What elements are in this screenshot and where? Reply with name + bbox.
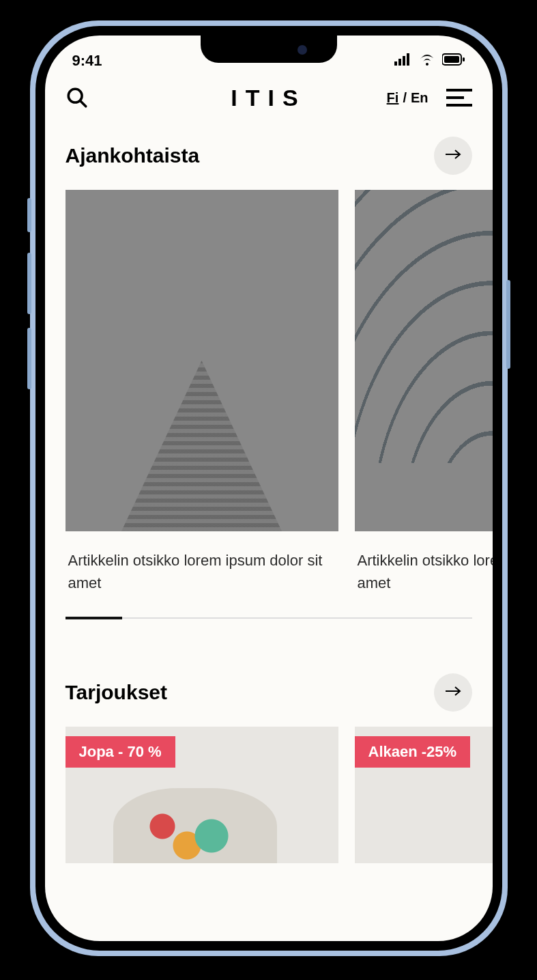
offers-carousel[interactable]: Jopa - 70 % Alkaen -25% (45, 727, 493, 863)
arrow-right-icon (445, 686, 461, 699)
offers-next-button[interactable] (434, 673, 472, 712)
cellular-icon (394, 52, 412, 70)
side-button (27, 253, 31, 314)
app-logo[interactable]: ITIS (231, 85, 306, 111)
offer-card[interactable]: Jopa - 70 % (66, 727, 338, 863)
svg-rect-5 (444, 56, 459, 63)
svg-rect-3 (407, 53, 409, 66)
side-button (27, 328, 31, 389)
offers-heading: Tarjoukset (66, 681, 168, 704)
svg-line-8 (80, 100, 86, 107)
news-carousel[interactable]: Artikkelin otsikko lorem ipsum dolor sit… (45, 190, 493, 594)
wifi-icon (419, 52, 435, 70)
nav-bar: ITIS Fi / En (45, 76, 493, 116)
side-button (506, 280, 510, 369)
offer-badge: Alkaen -25% (355, 736, 471, 768)
offer-card[interactable]: Alkaen -25% (355, 727, 493, 863)
svg-rect-0 (394, 61, 397, 66)
news-image (355, 190, 493, 531)
lang-en-button[interactable]: En (411, 90, 429, 106)
news-card[interactable]: Artikkelin otsikko lorem ipsum dolor sit… (355, 190, 493, 594)
news-title: Artikkelin otsikko lorem ipsum dolor sit… (355, 531, 493, 594)
app-screen: 9:41 ITIS (45, 36, 493, 941)
offer-badge: Jopa - 70 % (66, 736, 175, 768)
device-notch (201, 36, 337, 63)
battery-icon (442, 52, 465, 70)
svg-rect-6 (463, 57, 465, 61)
section-header-news: Ajankohtaista (45, 116, 493, 190)
svg-rect-2 (403, 56, 405, 66)
news-heading: Ajankohtaista (66, 144, 200, 167)
news-title: Artikkelin otsikko lorem ipsum dolor sit… (66, 531, 338, 594)
search-icon[interactable] (66, 86, 89, 109)
phone-frame: 9:41 ITIS (30, 20, 508, 956)
side-button (27, 198, 31, 232)
news-next-button[interactable] (434, 137, 472, 175)
language-switch: Fi / En (387, 90, 429, 106)
section-header-offers: Tarjoukset (45, 619, 493, 727)
lang-separator: / (403, 90, 407, 106)
news-card[interactable]: Artikkelin otsikko lorem ipsum dolor sit… (66, 190, 338, 594)
status-time: 9:41 (72, 52, 102, 70)
arrow-right-icon (445, 150, 461, 162)
carousel-progress (66, 617, 472, 619)
lang-fi-button[interactable]: Fi (387, 90, 399, 106)
news-image (66, 190, 338, 531)
menu-icon[interactable] (446, 89, 472, 107)
svg-rect-1 (398, 59, 401, 66)
